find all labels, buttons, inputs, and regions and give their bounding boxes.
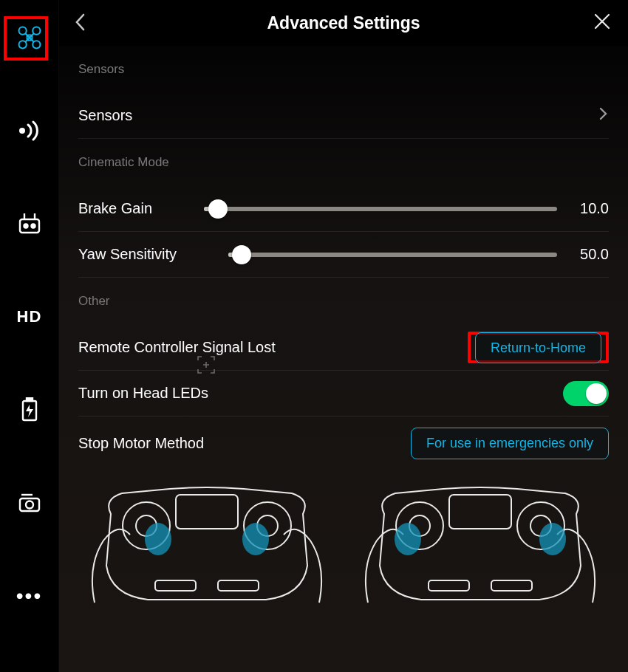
page-title: Advanced Settings [267, 13, 420, 33]
main-panel: Advanced Settings Sensors Sensors Cinema… [59, 0, 628, 672]
back-button[interactable] [72, 12, 95, 34]
yaw-sens-value: 50.0 [573, 246, 609, 263]
svg-rect-16 [176, 495, 238, 529]
svg-point-9 [24, 224, 27, 228]
chevron-right-icon [598, 106, 609, 125]
head-leds-label: Turn on Head LEDs [78, 385, 208, 402]
controller-diagram-left [81, 470, 332, 617]
svg-rect-22 [218, 580, 259, 591]
row-yaw-sensitivity: Yaw Sensitivity 50.0 [78, 232, 609, 278]
hd-icon[interactable]: HD [17, 304, 42, 329]
svg-rect-31 [491, 580, 532, 591]
svg-point-32 [395, 523, 421, 555]
camera-icon[interactable] [17, 490, 42, 515]
svg-rect-30 [429, 580, 469, 591]
sensors-label: Sensors [78, 107, 132, 124]
stop-motor-button[interactable]: For use in emergencies only [411, 428, 609, 459]
section-cinematic-label: Cinematic Mode [78, 139, 609, 186]
row-brake-gain: Brake Gain 10.0 [78, 186, 609, 232]
rc-icon[interactable] [17, 211, 42, 236]
svg-point-24 [242, 523, 269, 555]
drone-icon[interactable] [17, 25, 42, 50]
return-home-button[interactable]: Return-to-Home [475, 332, 601, 363]
section-sensors-label: Sensors [78, 46, 609, 93]
brake-gain-slider[interactable] [204, 207, 557, 211]
brake-gain-value: 10.0 [573, 200, 609, 217]
close-button[interactable] [593, 12, 615, 34]
toggle-knob [586, 383, 607, 404]
row-sensors[interactable]: Sensors [78, 93, 609, 139]
return-home-highlight: Return-to-Home [468, 332, 609, 363]
controller-diagram-right [355, 470, 606, 617]
battery-icon[interactable] [17, 397, 42, 422]
svg-point-15 [26, 501, 33, 509]
svg-point-10 [31, 224, 35, 228]
more-icon[interactable]: ••• [17, 583, 42, 608]
svg-rect-12 [27, 398, 33, 401]
row-signal-lost: Remote Controller Signal Lost Return-to-… [78, 325, 609, 371]
svg-rect-25 [449, 495, 511, 529]
svg-rect-21 [155, 580, 196, 591]
svg-point-23 [145, 523, 171, 555]
row-stop-motor: Stop Motor Method For use in emergencies… [78, 416, 609, 462]
svg-point-33 [539, 523, 566, 555]
controller-illustrations [78, 462, 609, 617]
svg-point-5 [19, 128, 25, 134]
head-leds-toggle[interactable] [563, 381, 609, 406]
yaw-sens-label: Yaw Sensitivity [78, 246, 177, 263]
sidebar: HD ••• [0, 0, 59, 672]
header: Advanced Settings [59, 0, 628, 46]
row-head-leds: Turn on Head LEDs [78, 371, 609, 416]
section-other-label: Other [78, 278, 609, 325]
stop-motor-label: Stop Motor Method [78, 435, 204, 452]
signal-lost-label: Remote Controller Signal Lost [78, 339, 276, 356]
svg-rect-8 [20, 219, 39, 233]
yaw-sens-slider[interactable] [228, 253, 557, 257]
signal-icon[interactable] [17, 118, 42, 143]
brake-gain-label: Brake Gain [78, 200, 152, 217]
